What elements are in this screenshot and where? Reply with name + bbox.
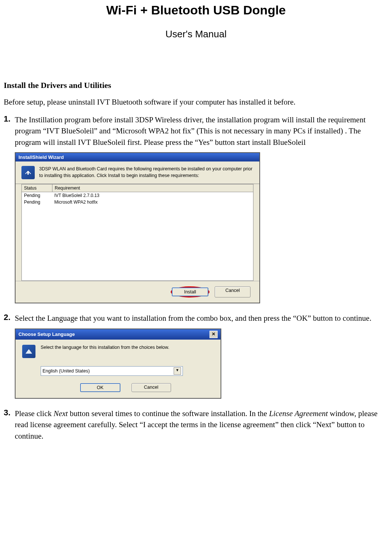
lang-titlebar: Choose Setup Language ✕ xyxy=(16,329,221,340)
header-status: Status xyxy=(22,184,52,192)
wizard-titlebar: InstallShield Wizard xyxy=(16,153,259,161)
header-requirement: Requirement xyxy=(52,184,253,192)
row-status: Pending xyxy=(22,199,52,205)
requirements-table: Status Requirement Pending IVT BlueSolei… xyxy=(21,184,253,281)
row-requirement: IVT BlueSoleil 2.7.0.13 xyxy=(52,192,253,199)
row-status: Pending xyxy=(22,192,52,199)
requirements-header: Status Requirement xyxy=(22,184,253,192)
cancel-button[interactable]: Cancel xyxy=(215,286,250,297)
choose-language-window: Choose Setup Language ✕ Select the langu… xyxy=(15,329,221,399)
row-requirement: Microsoft WPA2 hotfix xyxy=(52,199,253,205)
step-3-text: Please click Next button several times t… xyxy=(15,408,388,442)
installshield-wizard-window: InstallShield Wizard 3DSP WLAN and Bluet… xyxy=(15,152,260,303)
chevron-down-icon[interactable]: ▼ xyxy=(174,367,181,375)
install-button[interactable]: Install xyxy=(172,287,208,296)
table-row: Pending Microsoft WPA2 hotfix xyxy=(22,199,253,205)
selected-language: English (United States) xyxy=(42,368,90,374)
lang-description: Select the language for this installatio… xyxy=(41,345,169,350)
lang-footer: OK Cancel xyxy=(16,381,221,398)
installer-icon xyxy=(22,345,35,358)
install-highlight-ellipse: Install xyxy=(171,286,209,297)
close-icon[interactable]: ✕ xyxy=(209,331,218,338)
installer-icon xyxy=(21,166,35,179)
lang-select-row: English (United States) ▼ xyxy=(16,363,221,381)
wizard-body: 3DSP WLAN and Bluetooth Card requires th… xyxy=(16,161,259,184)
step-2-text: Select the Language that you want to ins… xyxy=(15,313,388,324)
step-3: 3. Please click Next button several time… xyxy=(4,408,388,442)
svg-rect-0 xyxy=(27,171,29,175)
table-row: Pending IVT BlueSoleil 2.7.0.13 xyxy=(22,192,253,199)
cancel-button[interactable]: Cancel xyxy=(132,383,171,392)
step-3-number: 3. xyxy=(4,408,15,442)
step-1: 1. The Instillation program before insta… xyxy=(4,114,388,148)
lang-title-text: Choose Setup Language xyxy=(18,331,75,337)
wizard-description: 3DSP WLAN and Bluetooth Card requires th… xyxy=(39,166,253,179)
step-2-number: 2. xyxy=(4,313,15,324)
step-2: 2. Select the Language that you want to … xyxy=(4,313,388,324)
step-1-text: The Instillation program before install … xyxy=(15,114,388,148)
wizard-footer: Install Cancel xyxy=(16,281,259,303)
lang-body: Select the language for this installatio… xyxy=(16,340,221,363)
step-1-number: 1. xyxy=(4,114,15,148)
section-heading: Install the Drivers and Utilities xyxy=(4,81,388,90)
ok-button[interactable]: OK xyxy=(80,383,120,392)
intro-text: Before setup, please uninstall IVT Bluet… xyxy=(4,98,388,107)
language-dropdown[interactable]: English (United States) ▼ xyxy=(41,366,183,376)
page-subtitle: User's Manual xyxy=(4,28,388,40)
page-title: Wi-Fi + Bluetooth USB Dongle xyxy=(4,3,388,17)
